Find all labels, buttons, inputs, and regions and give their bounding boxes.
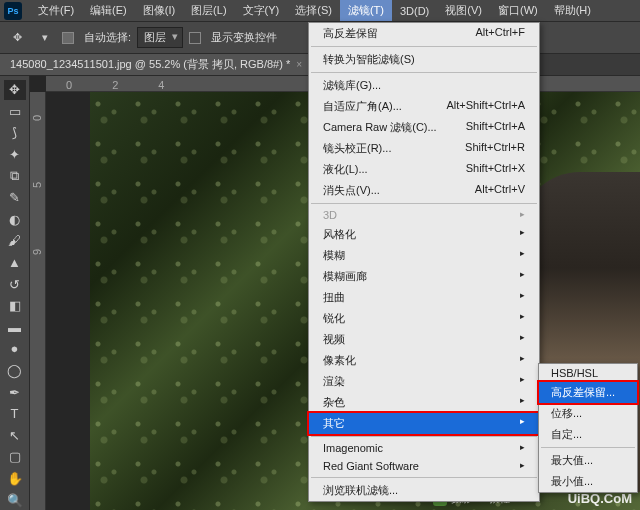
filter-noise[interactable]: 杂色 xyxy=(309,392,539,413)
menu-3d[interactable]: 3D(D) xyxy=(392,2,437,20)
highlight-box: 高反差保留... xyxy=(537,380,639,405)
filter-gallery[interactable]: 滤镜库(G)... xyxy=(309,75,539,96)
filter-sharpen[interactable]: 锐化 xyxy=(309,308,539,329)
menu-image[interactable]: 图像(I) xyxy=(135,0,183,21)
document-tab[interactable]: 145080_1234511501.jpg @ 55.2% (背景 拷贝, RG… xyxy=(0,54,312,75)
lasso-tool[interactable]: ⟆ xyxy=(4,123,26,143)
stamp-tool[interactable]: ▲ xyxy=(4,253,26,273)
wand-tool[interactable]: ✦ xyxy=(4,145,26,165)
dodge-tool[interactable]: ◯ xyxy=(4,361,26,381)
filter-browse-online[interactable]: 浏览联机滤镜... xyxy=(309,480,539,501)
filter-dropdown: 高反差保留Alt+Ctrl+F 转换为智能滤镜(S) 滤镜库(G)... 自适应… xyxy=(308,22,540,502)
move-tool[interactable]: ✥ xyxy=(4,80,26,100)
history-brush-tool[interactable]: ↺ xyxy=(4,274,26,294)
filter-recent[interactable]: 高反差保留Alt+Ctrl+F xyxy=(309,23,539,44)
shape-tool[interactable]: ▢ xyxy=(4,447,26,467)
hand-tool[interactable]: ✋ xyxy=(4,469,26,489)
zoom-tool[interactable]: 🔍 xyxy=(4,490,26,510)
brush-tool[interactable]: 🖌 xyxy=(4,231,26,251)
auto-select-label: 自动选择: xyxy=(84,30,131,45)
filter-render[interactable]: 渲染 xyxy=(309,371,539,392)
filter-video[interactable]: 视频 xyxy=(309,329,539,350)
menu-file[interactable]: 文件(F) xyxy=(30,0,82,21)
menu-layer[interactable]: 图层(L) xyxy=(183,0,234,21)
filter-convert-smart[interactable]: 转换为智能滤镜(S) xyxy=(309,49,539,70)
tool-preset-icon[interactable]: ▾ xyxy=(34,27,56,49)
watermark-b: UiBQ.CoM xyxy=(568,491,632,506)
separator xyxy=(311,436,537,437)
filter-stylize[interactable]: 风格化 xyxy=(309,224,539,245)
separator xyxy=(311,46,537,47)
ruler-vertical: 059 xyxy=(30,92,46,510)
close-icon[interactable]: × xyxy=(296,59,302,70)
heal-tool[interactable]: ◐ xyxy=(4,210,26,230)
separator xyxy=(541,447,635,448)
app-logo: Ps xyxy=(4,2,22,20)
filter-adaptive-wide[interactable]: 自适应广角(A)...Alt+Shift+Ctrl+A xyxy=(309,96,539,117)
filter-lens-correction[interactable]: 镜头校正(R)...Shift+Ctrl+R xyxy=(309,138,539,159)
crop-tool[interactable]: ⧉ xyxy=(4,166,26,186)
document-title: 145080_1234511501.jpg @ 55.2% (背景 拷贝, RG… xyxy=(10,57,290,72)
sub-custom[interactable]: 自定... xyxy=(539,424,637,445)
filter-camera-raw[interactable]: Camera Raw 滤镜(C)...Shift+Ctrl+A xyxy=(309,117,539,138)
menu-filter[interactable]: 滤镜(T) xyxy=(340,0,392,21)
eyedropper-tool[interactable]: ✎ xyxy=(4,188,26,208)
filter-3d: 3D xyxy=(309,206,539,224)
menu-type[interactable]: 文字(Y) xyxy=(235,0,288,21)
filter-blur[interactable]: 模糊 xyxy=(309,245,539,266)
menubar: Ps 文件(F) 编辑(E) 图像(I) 图层(L) 文字(Y) 选择(S) 滤… xyxy=(0,0,640,22)
filter-pixelate[interactable]: 像素化 xyxy=(309,350,539,371)
menu-help[interactable]: 帮助(H) xyxy=(546,0,599,21)
filter-distort[interactable]: 扭曲 xyxy=(309,287,539,308)
transform-checkbox[interactable] xyxy=(189,32,201,44)
filter-redgiant[interactable]: Red Giant Software xyxy=(309,457,539,475)
menu-select[interactable]: 选择(S) xyxy=(287,0,340,21)
type-tool[interactable]: T xyxy=(4,404,26,424)
filter-other[interactable]: 其它 xyxy=(309,413,539,434)
highlight-box: 其它 xyxy=(307,411,541,436)
pen-tool[interactable]: ✒ xyxy=(4,382,26,402)
blur-tool[interactable]: ● xyxy=(4,339,26,359)
toolbox: ✥ ▭ ⟆ ✦ ⧉ ✎ ◐ 🖌 ▲ ↺ ◧ ▬ ● ◯ ✒ T ↖ ▢ ✋ 🔍 xyxy=(0,76,30,510)
menu-edit[interactable]: 编辑(E) xyxy=(82,0,135,21)
marquee-tool[interactable]: ▭ xyxy=(4,102,26,122)
filter-vanishing-point[interactable]: 消失点(V)...Alt+Ctrl+V xyxy=(309,180,539,201)
other-submenu: HSB/HSL 高反差保留... 位移... 自定... 最大值... 最小值.… xyxy=(538,363,638,493)
menu-window[interactable]: 窗口(W) xyxy=(490,0,546,21)
filter-imagenomic[interactable]: Imagenomic xyxy=(309,439,539,457)
layer-dropdown[interactable]: 图层 xyxy=(137,27,183,48)
sub-high-pass[interactable]: 高反差保留... xyxy=(539,382,637,403)
move-tool-icon[interactable]: ✥ xyxy=(6,27,28,49)
separator xyxy=(311,72,537,73)
transform-label: 显示变换控件 xyxy=(211,30,277,45)
separator xyxy=(311,477,537,478)
filter-blur-gallery[interactable]: 模糊画廊 xyxy=(309,266,539,287)
sub-offset[interactable]: 位移... xyxy=(539,403,637,424)
auto-select-checkbox[interactable] xyxy=(62,32,74,44)
eraser-tool[interactable]: ◧ xyxy=(4,296,26,316)
path-tool[interactable]: ↖ xyxy=(4,426,26,446)
sub-maximum[interactable]: 最大值... xyxy=(539,450,637,471)
gradient-tool[interactable]: ▬ xyxy=(4,318,26,338)
menu-view[interactable]: 视图(V) xyxy=(437,0,490,21)
sub-minimum[interactable]: 最小值... xyxy=(539,471,637,492)
separator xyxy=(311,203,537,204)
filter-liquify[interactable]: 液化(L)...Shift+Ctrl+X xyxy=(309,159,539,180)
